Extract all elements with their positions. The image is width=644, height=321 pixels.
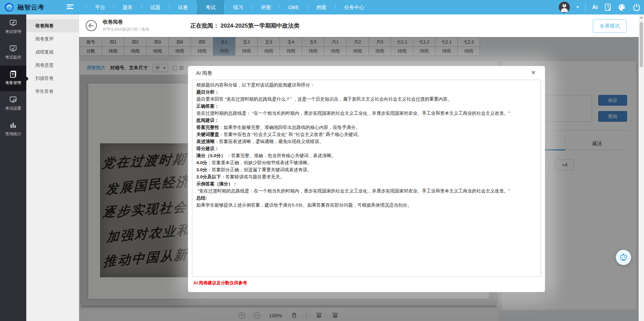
nav-item[interactable]: 任务中心 bbox=[335, 0, 373, 14]
sidebar-toggle-icon[interactable] bbox=[67, 4, 73, 10]
ai-robot-fab[interactable] bbox=[616, 250, 631, 265]
ai-disclaimer-text: AI 阅卷建议及分数仅供参考 bbox=[193, 280, 247, 286]
modal-title: AI 阅卷 bbox=[196, 70, 212, 76]
ai-suggestion-line: “党在过渡时期的总路线是：在一个相当长的时期内，逐步实现国家的社会主义工业化，并… bbox=[196, 187, 537, 194]
ai-suggestion-line: 总结: bbox=[196, 194, 537, 202]
top-navbar: 融智云考 平台 题库 试题 试卷 考试 练习 评测 OBE 档案 任务 bbox=[0, 0, 644, 14]
nav-item[interactable]: 试卷 bbox=[169, 0, 197, 14]
page-header: 收卷阅卷 对学生的试卷进行统一批阅 正在批阅： 2024-2025第一学期期中政… bbox=[79, 14, 639, 37]
nav-item[interactable]: OBE bbox=[280, 0, 308, 14]
submenu-item[interactable]: 学生答卷 bbox=[26, 85, 79, 98]
ai-suggestion-line: 根据题目内容和分值，以下是对该试题的批阅建议和得分： bbox=[196, 81, 537, 88]
exam-monitor-icon bbox=[9, 44, 17, 52]
navbar-right: ? Ai ? bbox=[559, 0, 641, 14]
nav-item[interactable]: 评测 bbox=[252, 0, 280, 14]
nav-item[interactable]: 练习 bbox=[224, 0, 252, 14]
primary-sidebar: 考试管理 考试监控 考卷管理 考试设置 bbox=[0, 14, 26, 321]
nav-item[interactable]: 试题 bbox=[141, 0, 169, 14]
secondary-sidebar: 收卷阅卷 阅卷复评 成绩复核 阅卷进度 扫描答卷 学生答卷 bbox=[26, 14, 79, 321]
scrollbar-thumb[interactable] bbox=[640, 22, 643, 67]
nav-item[interactable]: 平台 bbox=[86, 0, 114, 14]
back-button[interactable] bbox=[85, 20, 97, 32]
page-title: 收卷阅卷 bbox=[103, 19, 123, 25]
ai-suggestion-line: 4.0分：答案基本正确，但缺少部分细节或表述不够清晰。 bbox=[196, 159, 537, 166]
help-doc-icon[interactable]: ? bbox=[604, 3, 612, 11]
app-screen: 融智云考 平台 题库 试题 试卷 考试 练习 评测 OBE 档案 任务 bbox=[0, 0, 644, 321]
ai-suggestion-line: 表述清晰：答案应表述清晰，逻辑通顺，避免出现歧义或错误。 bbox=[196, 138, 537, 145]
ai-suggestion-line: 2.0分及以下：答案错误或与题目要求无关。 bbox=[196, 173, 537, 180]
ai-suggestion-line: 关键词覆盖：答案中应包含 “社会主义工业化” 和 “社会主义改造” 两个核心关键… bbox=[196, 131, 537, 138]
ai-grading-modal: AI 阅卷 × 根据题目内容和分值，以下是对该试题的批阅建议和得分： 题目分析：… bbox=[188, 66, 545, 292]
sidebar-item-paper-manage[interactable]: 考卷管理 bbox=[0, 66, 26, 91]
submenu-item[interactable]: 成绩复核 bbox=[26, 45, 79, 59]
ai-suggestion-line: 3.0分：答案部分正确，但遗漏了重要关键词或表述有误。 bbox=[196, 166, 537, 173]
ai-suggestion-line: 答案完整性：如果学生能够完整、准确地回答出总路线的核心内容，应给予满分。 bbox=[196, 124, 537, 131]
ai-suggestion-textarea[interactable]: 根据题目内容和分值，以下是对该试题的批阅建议和得分： 题目分析： 题目要求回答 … bbox=[192, 80, 541, 277]
ai-assistant-icon[interactable]: Ai bbox=[592, 4, 598, 11]
sidebar-item-exam-settings[interactable]: 考试设置 bbox=[0, 91, 26, 117]
ai-suggestion-line: 党在过渡时期的总路线是： “在一个相当长的时期内，逐步实现国家的社会主义工业化，… bbox=[196, 110, 537, 117]
sidebar-item-exam-monitor[interactable]: 考试监控 bbox=[0, 40, 26, 66]
nav-item[interactable]: 题库 bbox=[114, 0, 141, 14]
grading-status-text: 正在批阅： 2024-2025第一学期期中政法类 bbox=[190, 22, 299, 30]
logout-power-icon[interactable] bbox=[633, 3, 641, 11]
brand-name: 融智云考 bbox=[18, 0, 44, 14]
sidebar-item-exam-manage[interactable]: 考试管理 bbox=[0, 14, 26, 40]
brand-logo-icon bbox=[4, 2, 14, 12]
vertical-scrollbar[interactable] bbox=[639, 14, 644, 321]
nav-item[interactable]: 考试 bbox=[197, 0, 224, 14]
submenu-item[interactable]: 阅卷复评 bbox=[26, 32, 79, 45]
svg-text:?: ? bbox=[607, 5, 609, 9]
close-icon[interactable]: × bbox=[531, 69, 536, 77]
ai-suggestion-line: 示例答案（满分）： bbox=[196, 180, 537, 187]
theme-palette-icon[interactable] bbox=[618, 3, 626, 11]
exam-manage-icon bbox=[9, 19, 17, 27]
submenu-item[interactable]: 扫描答卷 bbox=[26, 72, 79, 85]
submenu-item[interactable]: 阅卷进度 bbox=[26, 59, 79, 72]
ai-suggestion-line: 满分（5.0分） ：答案完整、准确，包含所有核心关键词，表述清晰。 bbox=[196, 152, 537, 159]
paper-manage-icon bbox=[9, 70, 17, 78]
statistics-icon bbox=[9, 121, 17, 129]
ai-suggestion-line: 得分建议： bbox=[196, 145, 537, 152]
scroll-up-arrow-icon[interactable] bbox=[640, 16, 643, 19]
ai-suggestion-line: 批阅建议： bbox=[196, 117, 537, 124]
divider bbox=[585, 3, 586, 12]
ai-suggestion-line: 如果学生能够提供上述示例答案，建议给予满分5.0分。如果答案存在部分问题，可根据… bbox=[196, 202, 537, 209]
ai-suggestion-line: 题目分析： bbox=[196, 88, 537, 96]
submenu-item[interactable]: 收卷阅卷 bbox=[26, 19, 79, 32]
exam-settings-icon bbox=[9, 96, 17, 104]
nav-item[interactable]: 档案 bbox=[308, 0, 335, 14]
page-subtitle: 对学生的试卷进行统一批阅 bbox=[103, 27, 149, 32]
avatar-dropdown-caret-icon[interactable] bbox=[576, 6, 579, 8]
main-nav: 平台 题库 试题 试卷 考试 练习 评测 OBE 档案 任务中心 bbox=[86, 0, 373, 14]
sidebar-item-statistics[interactable]: 查询统计 bbox=[0, 117, 26, 142]
ai-suggestion-line: 题目要求回答 “党在过渡时期的总路线是什么？” ，这是一个历史知识点，属于新民主… bbox=[196, 96, 537, 103]
robot-icon bbox=[619, 253, 628, 262]
avatar[interactable]: ? bbox=[559, 2, 570, 13]
ai-suggestion-line: 正确答案： bbox=[196, 103, 537, 110]
fullscreen-button[interactable]: 全屏模式 bbox=[593, 19, 626, 33]
